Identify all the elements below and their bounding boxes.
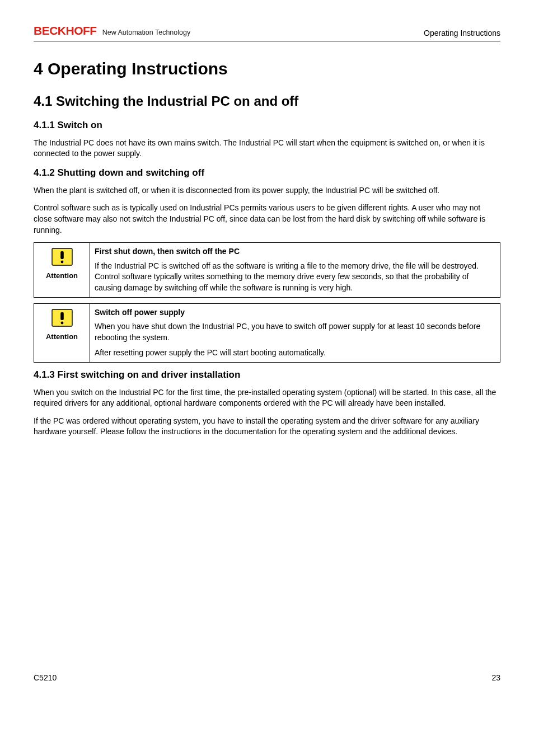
- paragraph: If the PC was ordered without operating …: [34, 416, 500, 438]
- svg-rect-1: [60, 251, 64, 259]
- brand-tagline: New Automation Technology: [102, 28, 191, 38]
- attention-notice: Attention Switch off power supply When y…: [34, 303, 500, 363]
- logo-block: BECKHOFF New Automation Technology: [34, 22, 190, 39]
- attention-icon: [50, 307, 74, 328]
- notice-text: If the Industrial PC is switched off as …: [95, 261, 495, 294]
- section-heading-4-1: 4.1 Switching the Industrial PC on and o…: [34, 92, 500, 111]
- chapter-heading: 4 Operating Instructions: [34, 57, 500, 81]
- subsection-heading-4-1-2: 4.1.2 Shutting down and switching off: [34, 166, 500, 180]
- paragraph: When the plant is switched off, or when …: [34, 185, 500, 196]
- header-section-title: Operating Instructions: [424, 28, 500, 39]
- subsection-heading-4-1-1: 4.1.1 Switch on: [34, 119, 500, 132]
- notice-body: First shut down, then switch off the PC …: [90, 243, 500, 297]
- notice-label: Attention: [46, 332, 78, 342]
- subsection-heading-4-1-3: 4.1.3 First switching on and driver inst…: [34, 368, 500, 382]
- paragraph: Control software such as is typically us…: [34, 203, 500, 236]
- paragraph: The Industrial PC does not have its own …: [34, 138, 500, 159]
- page-header: BECKHOFF New Automation Technology Opera…: [34, 22, 500, 41]
- svg-point-5: [60, 321, 63, 324]
- svg-rect-4: [60, 312, 64, 320]
- attention-notice: Attention First shut down, then switch o…: [34, 242, 500, 297]
- notice-title: Switch off power supply: [95, 307, 495, 318]
- svg-point-2: [60, 261, 63, 264]
- footer-left: C5210: [34, 673, 57, 684]
- paragraph: When you switch on the Industrial PC for…: [34, 387, 500, 409]
- notice-text: After resetting power supply the PC will…: [95, 348, 495, 359]
- notice-title: First shut down, then switch off the PC: [95, 246, 495, 257]
- brand-logo: BECKHOFF: [34, 22, 97, 39]
- page-footer: C5210 23: [34, 673, 500, 684]
- notice-body: Switch off power supply When you have sh…: [90, 303, 500, 362]
- notice-icon-cell: Attention: [34, 303, 90, 362]
- notice-icon-cell: Attention: [34, 243, 90, 297]
- footer-page-number: 23: [491, 673, 500, 684]
- notice-label: Attention: [46, 271, 78, 281]
- attention-icon: [50, 246, 74, 267]
- notice-text: When you have shut down the Industrial P…: [95, 321, 495, 343]
